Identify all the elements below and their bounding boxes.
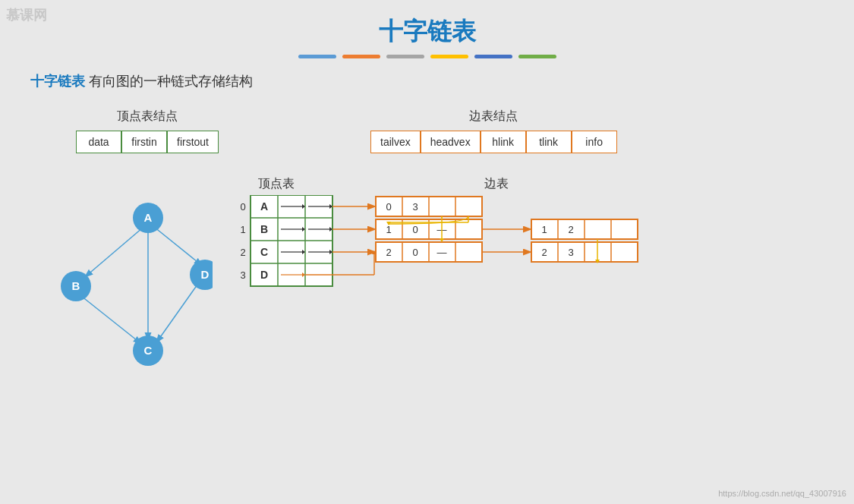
main-container: 慕课网 https://blog.csdn.net/qq_43007916 十字… (0, 0, 854, 504)
node-structs: 顶点表结点 data firstin firstout 边表结点 tailvex… (30, 109, 824, 153)
bottom-area: A B D C 顶点表 边表 (30, 176, 824, 373)
svg-text:3: 3 (568, 247, 573, 258)
vertex-cell-data: data (76, 131, 121, 153)
svg-line-0 (86, 228, 143, 276)
graph-area: A B D C (30, 176, 213, 373)
graph-svg: A B D C (30, 176, 213, 373)
table-headers: 顶点表 边表 (235, 176, 824, 192)
svg-line-1 (154, 227, 201, 265)
svg-text:2: 2 (568, 224, 573, 235)
vertex-cell-firstout: firstout (167, 131, 219, 153)
svg-text:—: — (437, 247, 447, 258)
vertex-cell-firstin: firstin (121, 131, 167, 153)
subtitle-row: 十字链表 有向图的一种链式存储结构 (30, 72, 824, 90)
svg-text:2: 2 (541, 247, 547, 258)
svg-text:A: A (260, 200, 268, 213)
table-diagram: 顶点表 边表 0 1 (235, 176, 824, 370)
linked-structure-svg: 0 1 2 3 A B C D (235, 195, 767, 370)
vertex-node-block: 顶点表结点 data firstin firstout (76, 109, 219, 153)
svg-text:B: B (72, 279, 80, 292)
svg-text:0: 0 (412, 224, 418, 235)
edge-node-cells: tailvex headvex hlink tlink info (370, 131, 617, 153)
svg-text:0: 0 (412, 247, 418, 258)
svg-text:D: D (260, 269, 268, 281)
vertex-node-cells: data firstin firstout (76, 131, 219, 153)
watermark: 慕课网 (6, 6, 47, 24)
svg-line-3 (157, 285, 197, 342)
svg-text:1: 1 (240, 224, 245, 235)
url-watermark: https://blog.csdn.net/qq_43007916 (718, 489, 846, 498)
page-title: 十字链表 (30, 15, 824, 49)
svg-text:3: 3 (412, 201, 418, 213)
svg-text:B: B (260, 223, 268, 235)
svg-line-2 (81, 296, 140, 343)
edge-cell-hlink: hlink (481, 131, 526, 153)
svg-text:1: 1 (541, 224, 547, 235)
vertex-table-header: 顶点表 (258, 176, 295, 192)
svg-text:0: 0 (386, 201, 391, 213)
color-bar (30, 55, 824, 58)
edge-cell-tlink: tlink (526, 131, 572, 153)
linked-structure: 0 1 2 3 A B C D (235, 195, 767, 370)
edge-table-header: 边表 (484, 176, 509, 192)
svg-text:A: A (144, 211, 153, 224)
subtitle-highlight: 十字链表 (30, 74, 85, 89)
subtitle-rest: 有向图的一种链式存储结构 (89, 74, 253, 89)
svg-text:2: 2 (240, 247, 245, 258)
edge-node-block: 边表结点 tailvex headvex hlink tlink info (370, 109, 617, 153)
edge-node-label: 边表结点 (469, 109, 518, 124)
vertex-node-label: 顶点表结点 (117, 109, 178, 124)
svg-text:0: 0 (240, 201, 245, 213)
svg-text:3: 3 (240, 269, 245, 281)
svg-text:C: C (260, 246, 268, 258)
svg-text:1: 1 (386, 224, 391, 235)
edge-cell-tailvex: tailvex (370, 131, 421, 153)
svg-text:2: 2 (386, 247, 391, 258)
edge-cell-info: info (572, 131, 617, 153)
svg-text:D: D (201, 268, 210, 281)
svg-text:C: C (144, 344, 153, 357)
edge-cell-headvex: headvex (421, 131, 481, 153)
